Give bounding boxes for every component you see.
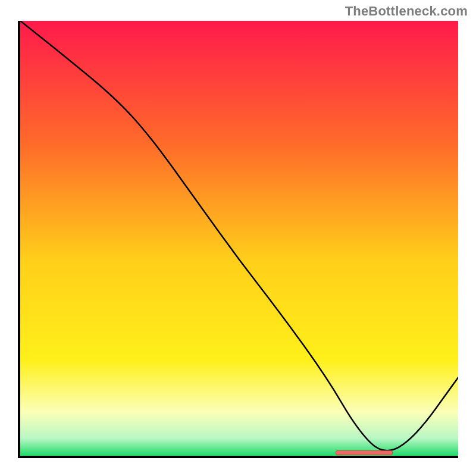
gradient-background xyxy=(20,21,458,456)
watermark-text: TheBottleneck.com xyxy=(345,4,468,19)
optimal-range-marker xyxy=(336,450,393,455)
chart-canvas xyxy=(20,21,458,456)
